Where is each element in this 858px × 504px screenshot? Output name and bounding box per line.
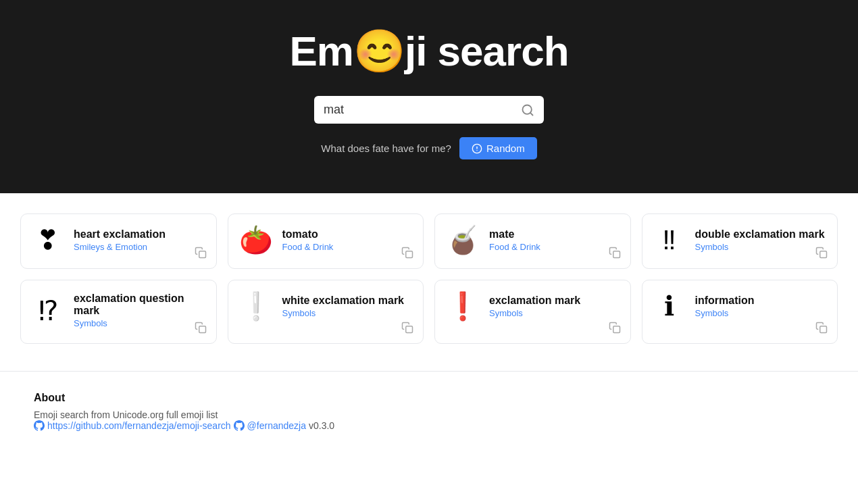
card-top: ℹ information Symbols <box>653 293 827 320</box>
card-top: ❣ heart exclamation Smileys & Emotion <box>32 226 205 253</box>
card-name: heart exclamation <box>74 228 166 241</box>
search-bar <box>314 96 544 124</box>
github-link[interactable]: https://github.com/fernandezja/emoji-sea… <box>47 420 231 431</box>
card-category: Symbols <box>282 308 405 318</box>
svg-line-1 <box>530 112 533 115</box>
card-top: 🧉 mate Food & Drink <box>446 226 620 253</box>
emoji-card[interactable]: ❣ heart exclamation Smileys & Emotion <box>20 213 217 269</box>
card-info: mate Food & Drink <box>489 228 540 252</box>
emoji-card[interactable]: ‼ double exclamation mark Symbols <box>642 213 838 269</box>
search-button[interactable] <box>521 103 534 117</box>
app-title: Em😊ji search <box>14 27 844 76</box>
emoji-symbol: ❗ <box>446 293 480 320</box>
card-category: Food & Drink <box>282 242 334 252</box>
copy-button[interactable] <box>814 245 829 260</box>
emoji-card[interactable]: ❗ exclamation mark Symbols <box>434 280 631 344</box>
header: Em😊ji search What does fate have for me?… <box>0 0 858 193</box>
card-top: ⁉ exclamation question mark Symbols <box>32 293 205 328</box>
card-top: 🍅 tomato Food & Drink <box>239 226 413 253</box>
card-category: Smileys & Emotion <box>74 242 166 252</box>
search-input[interactable] <box>324 103 521 117</box>
emoji-symbol: 🍅 <box>239 226 273 253</box>
footer-about-title: About <box>34 392 824 404</box>
footer-links-line: https://github.com/fernandezja/emoji-sea… <box>34 420 824 431</box>
emoji-card[interactable]: 🍅 tomato Food & Drink <box>228 213 424 269</box>
card-top: ‼ double exclamation mark Symbols <box>653 226 827 253</box>
clipboard-icon <box>815 247 828 259</box>
card-top: ❕ white exclamation mark Symbols <box>239 293 413 320</box>
card-info: tomato Food & Drink <box>282 228 334 252</box>
card-name: white exclamation mark <box>282 295 405 307</box>
footer-description-line: Emoji search from Unicode.org full emoji… <box>34 409 824 420</box>
copy-button[interactable] <box>814 320 829 335</box>
clipboard-icon <box>609 247 621 259</box>
emoji-symbol: 🧉 <box>446 226 480 253</box>
svg-rect-7 <box>613 251 620 258</box>
svg-rect-10 <box>406 326 413 333</box>
clipboard-icon <box>401 247 413 259</box>
copy-button[interactable] <box>400 320 415 335</box>
clipboard-icon <box>195 322 207 334</box>
fate-text: What does fate have for me? <box>321 143 451 154</box>
emoji-grid: ❣ heart exclamation Smileys & Emotion 🍅 … <box>20 213 838 344</box>
copy-button[interactable] <box>193 245 208 260</box>
fate-row: What does fate have for me? Random <box>14 137 844 159</box>
emoji-card[interactable]: ℹ information Symbols <box>642 280 838 344</box>
clipboard-icon <box>609 322 621 334</box>
main-content: ❣ heart exclamation Smileys & Emotion 🍅 … <box>0 193 858 371</box>
emoji-symbol: ‼ <box>653 226 686 253</box>
footer-description: Emoji search from Unicode.org full emoji… <box>34 409 218 420</box>
card-category: Symbols <box>695 308 755 318</box>
card-top: ❗ exclamation mark Symbols <box>446 293 620 320</box>
copy-button[interactable] <box>607 320 622 335</box>
svg-rect-6 <box>406 251 413 258</box>
clipboard-icon <box>815 322 828 334</box>
github-icon-1 <box>34 420 45 431</box>
emoji-card[interactable]: ⁉ exclamation question mark Symbols <box>20 280 217 344</box>
copy-button[interactable] <box>193 320 208 335</box>
card-category: Symbols <box>489 308 580 318</box>
emoji-symbol: ❣ <box>32 226 64 253</box>
card-name: double exclamation mark <box>695 228 825 241</box>
card-category: Food & Drink <box>489 242 540 252</box>
svg-rect-5 <box>199 251 205 258</box>
svg-rect-9 <box>199 326 205 333</box>
card-name: exclamation question mark <box>74 293 205 317</box>
github-icon-2 <box>234 420 245 431</box>
card-category: Symbols <box>74 318 205 328</box>
copy-button[interactable] <box>400 245 415 260</box>
emoji-card[interactable]: ❕ white exclamation mark Symbols <box>228 280 424 344</box>
emoji-symbol: ❕ <box>239 293 273 320</box>
emoji-symbol: ℹ <box>653 293 686 320</box>
svg-rect-12 <box>820 326 827 333</box>
clipboard-icon <box>195 247 207 259</box>
card-info: exclamation mark Symbols <box>489 295 580 318</box>
emoji-symbol: ⁉ <box>32 297 64 324</box>
dice-icon <box>472 143 482 154</box>
card-info: white exclamation mark Symbols <box>282 295 405 318</box>
random-label: Random <box>486 143 525 154</box>
emoji-card[interactable]: 🧉 mate Food & Drink <box>434 213 631 269</box>
card-name: mate <box>489 228 540 241</box>
card-name: information <box>695 295 755 307</box>
twitter-link[interactable]: @fernandezja <box>247 420 306 431</box>
copy-button[interactable] <box>607 245 622 260</box>
card-info: exclamation question mark Symbols <box>74 293 205 328</box>
svg-rect-8 <box>820 251 827 258</box>
footer: About Emoji search from Unicode.org full… <box>0 371 858 451</box>
card-name: exclamation mark <box>489 295 580 307</box>
clipboard-icon <box>401 322 413 334</box>
title-emoji: 😊 <box>353 28 405 74</box>
footer-version: v0.3.0 <box>309 420 334 431</box>
card-info: double exclamation mark Symbols <box>695 228 825 252</box>
card-info: information Symbols <box>695 295 755 318</box>
random-button[interactable]: Random <box>459 137 537 159</box>
card-category: Symbols <box>695 242 825 252</box>
svg-rect-11 <box>613 326 620 333</box>
card-info: heart exclamation Smileys & Emotion <box>74 228 166 252</box>
search-icon <box>521 103 534 117</box>
card-name: tomato <box>282 228 334 241</box>
